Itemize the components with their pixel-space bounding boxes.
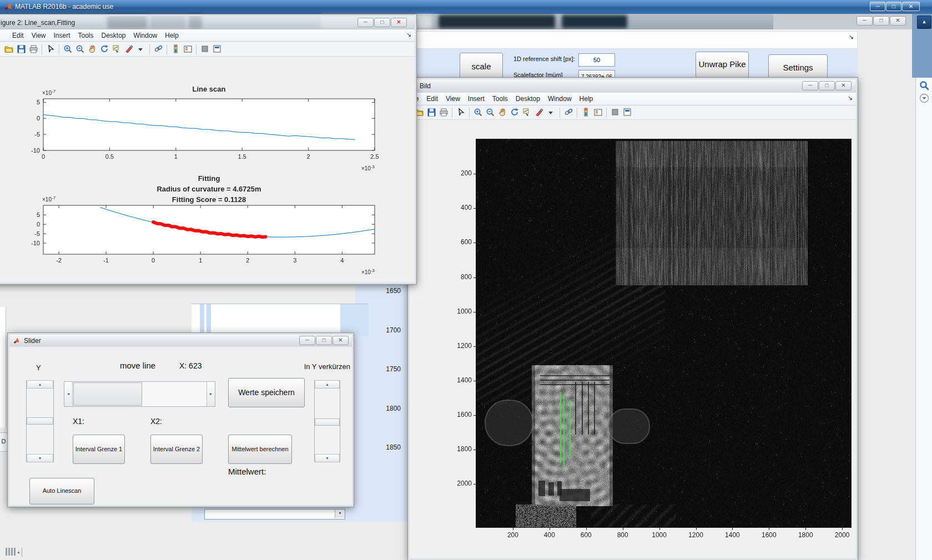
docked-tab-d[interactable]: D xyxy=(0,432,8,452)
interval-limit2-button[interactable]: Interval Grenze 2 xyxy=(150,435,203,464)
slider-close-button[interactable]: ✕ xyxy=(333,336,349,345)
interval-limit1-button[interactable]: Interval Grenze 1 xyxy=(73,435,125,464)
slider-up-arrow[interactable]: ▲ xyxy=(27,380,53,389)
figure2-titlebar[interactable]: igure 2: Line_scan,Fitting ─ □ ✕ xyxy=(0,16,415,29)
brush-icon[interactable] xyxy=(123,44,135,55)
figure2-minimize-button[interactable]: ─ xyxy=(357,18,374,27)
datacursor-icon[interactable] xyxy=(110,44,123,55)
menu-item-view[interactable]: View xyxy=(442,93,464,103)
slider-right-arrow[interactable]: ► xyxy=(206,382,215,406)
move-line-slider[interactable]: ◄ ► xyxy=(64,381,215,407)
colorbar-icon[interactable] xyxy=(169,44,182,55)
bg-minimize-button[interactable]: ─ xyxy=(857,16,873,26)
collapse-panel-button[interactable]: ▲ xyxy=(917,16,931,29)
os-minimize-button[interactable]: ─ xyxy=(870,2,885,11)
print-icon[interactable] xyxy=(27,44,39,55)
settings-button[interactable]: Settings xyxy=(768,54,828,78)
bg-maximize-button[interactable]: □ xyxy=(873,16,889,26)
menu-item-window[interactable]: Window xyxy=(544,93,576,103)
slider-thumb[interactable] xyxy=(27,417,53,425)
dock-a-icon[interactable] xyxy=(199,44,211,55)
menu-item-desktop[interactable]: Desktop xyxy=(98,29,130,39)
bild-y-tick: 1800 xyxy=(439,445,472,453)
y-slider-left[interactable]: ▲ ▼ xyxy=(26,380,54,462)
brush-icon[interactable] xyxy=(533,107,545,118)
zoom-out-icon[interactable] xyxy=(74,44,86,55)
slider-thumb[interactable] xyxy=(73,382,142,406)
menu-item-desktop[interactable]: Desktop xyxy=(512,93,544,103)
dock-a-icon[interactable] xyxy=(609,107,621,118)
rotate-icon[interactable] xyxy=(508,107,521,118)
zoom-in-icon[interactable] xyxy=(62,44,74,55)
y-slider-right[interactable]: ▲ ▼ xyxy=(314,380,340,462)
unwrap-pike-button[interactable]: Unwrap Pike xyxy=(696,52,749,78)
scalefactor-input[interactable] xyxy=(578,70,615,78)
open-icon[interactable] xyxy=(3,44,15,55)
combo-box[interactable]: ▼ xyxy=(204,509,345,519)
colorbar-icon[interactable] xyxy=(580,107,592,118)
pointer-icon[interactable] xyxy=(455,107,467,118)
combo-dropdown-button[interactable]: ▼ xyxy=(335,509,345,518)
menu-item-insert[interactable]: Insert xyxy=(49,29,74,39)
link-icon[interactable] xyxy=(562,107,575,118)
slider-titlebar[interactable]: Slider ─ □ ✕ xyxy=(9,335,352,347)
pan-icon[interactable] xyxy=(496,107,508,118)
legend-icon[interactable] xyxy=(592,107,604,118)
auto-linescan-button[interactable]: Auto Linescan xyxy=(29,478,94,504)
os-maximize-button[interactable]: □ xyxy=(886,2,901,11)
zoom-in-icon[interactable] xyxy=(472,107,484,118)
os-close-button[interactable]: ✕ xyxy=(902,2,920,11)
pointer-icon[interactable] xyxy=(44,44,57,55)
y-label: Y xyxy=(36,364,41,372)
figure2-close-button[interactable]: ✕ xyxy=(391,18,407,27)
caret-icon[interactable] xyxy=(545,107,557,118)
bild-maximize-button[interactable]: □ xyxy=(819,81,835,90)
rotate-icon[interactable] xyxy=(98,44,110,55)
search-icon[interactable] xyxy=(919,80,929,90)
window-grip[interactable]: ▲ xyxy=(6,548,22,558)
bild-minimize-button[interactable]: ─ xyxy=(802,81,818,90)
bg-close-button[interactable]: ✕ xyxy=(890,16,906,26)
figure2-content: 00.511.522.550-5-10Line scan×10-7×10-3 -… xyxy=(0,57,415,282)
menu-item-view[interactable]: View xyxy=(28,29,50,39)
svg-text:Radius of curvature = 4.6725m: Radius of curvature = 4.6725m xyxy=(157,185,261,193)
menu-item-help[interactable]: Help xyxy=(576,93,597,103)
slider-up-arrow[interactable]: ▲ xyxy=(315,380,340,389)
dock-figure-icon[interactable]: ↘ xyxy=(406,31,411,38)
desktop: MATLAB R2016b - academic use ─ □ ✕ ─ □ ✕… xyxy=(0,0,932,560)
menu-item-edit[interactable]: Edit xyxy=(8,29,28,39)
slider-down-arrow[interactable]: ▼ xyxy=(315,454,340,462)
caret-icon[interactable] xyxy=(135,44,147,55)
calc-mean-button[interactable]: Mittelwert berechnen xyxy=(228,435,292,464)
dock-b-icon[interactable] xyxy=(621,107,633,118)
dock-figure-icon[interactable]: ↘ xyxy=(849,33,854,41)
dock-figure-icon[interactable]: ↘ xyxy=(848,94,853,102)
zoom-out-icon[interactable] xyxy=(484,107,496,118)
menu-item-tools[interactable]: Tools xyxy=(488,93,512,103)
save-values-button[interactable]: Werte speichern xyxy=(228,378,305,407)
slider-left-arrow[interactable]: ◄ xyxy=(64,382,73,406)
pan-icon[interactable] xyxy=(86,44,98,55)
legend-icon[interactable] xyxy=(182,44,194,55)
ref-shift-input[interactable] xyxy=(578,53,615,67)
menu-item-tools[interactable]: Tools xyxy=(74,29,98,39)
print-icon[interactable] xyxy=(437,107,450,118)
dropdown-circle-icon[interactable] xyxy=(919,93,929,103)
figure2-maximize-button[interactable]: □ xyxy=(374,18,390,27)
datacursor-icon[interactable] xyxy=(521,107,533,118)
slider-down-arrow[interactable]: ▼ xyxy=(27,454,53,462)
scale-button[interactable]: scale xyxy=(460,53,503,78)
bild-close-button[interactable]: ✕ xyxy=(835,81,852,90)
slider-thumb[interactable] xyxy=(315,418,340,426)
menu-item-window[interactable]: Window xyxy=(130,29,162,39)
slider-minimize-button[interactable]: ─ xyxy=(299,336,315,345)
menu-item-insert[interactable]: Insert xyxy=(464,93,488,103)
link-icon[interactable] xyxy=(152,44,164,55)
menu-item-help[interactable]: Help xyxy=(161,29,183,39)
menu-item-edit[interactable]: Edit xyxy=(422,93,442,103)
slider-maximize-button[interactable]: □ xyxy=(316,336,332,345)
save-icon[interactable] xyxy=(15,44,27,55)
dock-b-icon[interactable] xyxy=(211,44,223,55)
bild-titlebar[interactable]: Bild ─ □ ✕ xyxy=(410,79,856,93)
save-icon[interactable] xyxy=(425,107,437,118)
